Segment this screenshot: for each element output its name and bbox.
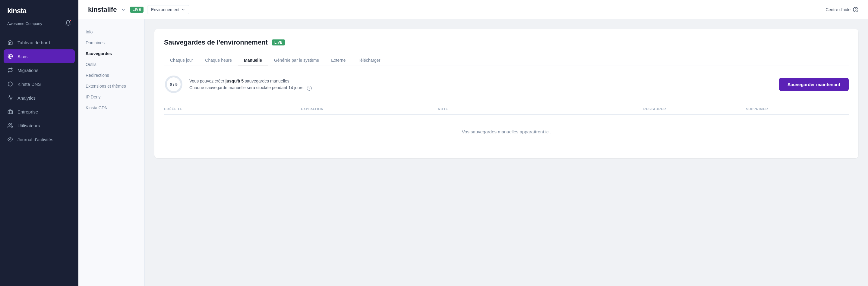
sidebar-item-label-sites: Sites: [18, 54, 27, 59]
migrations-icon: [7, 67, 13, 73]
sidebar-logo-area: kinsta: [0, 0, 79, 20]
top-header: kinstalife LIVE Environnement Centre d'a…: [79, 0, 868, 19]
sub-sidebar: Info Domaines Sauvegardes Outils Redirec…: [79, 19, 145, 286]
sub-nav-redirections[interactable]: Redirections: [79, 70, 145, 81]
sidebar-item-tableau[interactable]: Tableau de bord: [0, 36, 79, 49]
sub-nav-outils[interactable]: Outils: [79, 59, 145, 70]
content-area: Info Domaines Sauvegardes Outils Redirec…: [79, 19, 868, 286]
content-card: Sauvegardes de l'environnement LIVE Chaq…: [154, 29, 858, 158]
environment-selector[interactable]: Environnement: [147, 5, 189, 14]
main-content: Sauvegardes de l'environnement LIVE Chaq…: [145, 19, 868, 286]
sidebar-item-sites[interactable]: Sites: [4, 49, 75, 63]
sidebar-nav: Tableau de bord Sites Migrations Kinsta …: [0, 33, 79, 286]
notification-bell[interactable]: [65, 20, 71, 27]
help-label: Centre d'aide: [826, 7, 850, 12]
svg-point-3: [10, 139, 11, 140]
sidebar-item-entreprise[interactable]: Entreprise: [0, 105, 79, 119]
sidebar-item-label-tableau: Tableau de bord: [18, 40, 50, 45]
sub-nav-domaines[interactable]: Domaines: [79, 37, 145, 48]
empty-state: Vos sauvegardes manuelles apparaîtront i…: [164, 115, 849, 149]
sub-nav-info[interactable]: Info: [79, 27, 145, 37]
progress-label: 0 / 5: [164, 75, 183, 94]
backup-desc-line1: Vous pouvez créer jusqu'à 5 sauvegardes …: [189, 78, 312, 84]
entreprise-icon: [7, 109, 13, 115]
progress-circle: 0 / 5: [164, 75, 183, 94]
svg-point-2: [9, 123, 10, 125]
help-link[interactable]: Centre d'aide ?: [826, 7, 858, 12]
sub-nav-extensions[interactable]: Extensions et thèmes: [79, 81, 145, 92]
col-delete: SUPPRIMER: [746, 107, 849, 111]
sidebar-item-analytics[interactable]: Analytics: [0, 91, 79, 105]
card-live-badge: LIVE: [272, 39, 285, 45]
site-name-dropdown[interactable]: [120, 7, 126, 13]
col-note: NOTE: [438, 107, 643, 111]
journal-icon: [7, 136, 13, 142]
sidebar-item-migrations[interactable]: Migrations: [0, 63, 79, 77]
sites-icon: [7, 53, 13, 59]
sidebar-item-dns[interactable]: Kinsta DNS: [0, 77, 79, 91]
tab-telecharger[interactable]: Télécharger: [352, 55, 386, 66]
sidebar-item-label-migrations: Migrations: [18, 68, 38, 73]
env-chevron-icon: [181, 7, 185, 12]
sidebar-item-utilisateurs[interactable]: Utilisateurs: [0, 119, 79, 133]
tab-manuelle[interactable]: Manuelle: [238, 55, 268, 66]
table-header: CRÉÉE LE EXPIRATION NOTE RESTAURER SUPPR…: [164, 104, 849, 115]
col-restore: RESTAURER: [643, 107, 746, 111]
environment-label: Environnement: [151, 7, 179, 12]
sidebar-item-label-dns: Kinsta DNS: [18, 81, 41, 87]
backup-info-left: 0 / 5 Vous pouvez créer jusqu'à 5 sauveg…: [164, 75, 312, 94]
analytics-icon: [7, 95, 13, 101]
company-name: Awesome Company: [7, 22, 42, 26]
sub-nav-kinsta-cdn[interactable]: Kinsta CDN: [79, 102, 145, 113]
tab-generee[interactable]: Générée par le système: [268, 55, 325, 66]
sidebar-company-area: Awesome Company: [0, 20, 79, 33]
sidebar-item-label-utilisateurs: Utilisateurs: [18, 123, 40, 128]
tab-externe[interactable]: Externe: [325, 55, 351, 66]
sidebar-item-label-entreprise: Entreprise: [18, 109, 38, 114]
notification-dot: [69, 19, 72, 22]
card-header: Sauvegardes de l'environnement LIVE: [164, 39, 849, 46]
backup-desc-line2: Chaque sauvegarde manuelle sera stockée …: [189, 84, 312, 91]
info-icon[interactable]: ?: [307, 86, 312, 91]
kinsta-logo: kinsta: [7, 7, 26, 15]
site-name: kinstalife: [88, 6, 117, 13]
live-badge: LIVE: [130, 7, 144, 13]
dns-icon: [7, 81, 13, 87]
sub-nav-ip-deny[interactable]: IP Deny: [79, 92, 145, 102]
card-title: Sauvegardes de l'environnement: [164, 39, 268, 46]
sidebar-item-label-analytics: Analytics: [18, 96, 36, 101]
home-icon: [7, 39, 13, 45]
svg-rect-1: [8, 110, 13, 114]
backup-description: Vous pouvez créer jusqu'à 5 sauvegardes …: [189, 78, 312, 91]
col-expiration: EXPIRATION: [301, 107, 438, 111]
sub-nav-sauvegardes[interactable]: Sauvegardes: [79, 48, 145, 59]
header-left: kinstalife LIVE Environnement: [88, 5, 189, 14]
save-now-button[interactable]: Sauvegarder maintenant: [779, 78, 849, 91]
utilisateurs-icon: [7, 122, 13, 129]
tab-chaque-heure[interactable]: Chaque heure: [199, 55, 238, 66]
sidebar: kinsta Awesome Company Tableau de bord S…: [0, 0, 79, 286]
help-circle-icon: ?: [853, 7, 858, 12]
sidebar-item-journal[interactable]: Journal d'activités: [0, 133, 79, 146]
tab-chaque-jour[interactable]: Chaque jour: [164, 55, 199, 66]
sidebar-item-label-journal: Journal d'activités: [18, 137, 53, 142]
tabs: Chaque jour Chaque heure Manuelle Généré…: [164, 55, 849, 66]
main-area: kinstalife LIVE Environnement Centre d'a…: [79, 0, 868, 286]
col-created: CRÉÉE LE: [164, 107, 301, 111]
backup-info: 0 / 5 Vous pouvez créer jusqu'à 5 sauveg…: [164, 75, 849, 94]
